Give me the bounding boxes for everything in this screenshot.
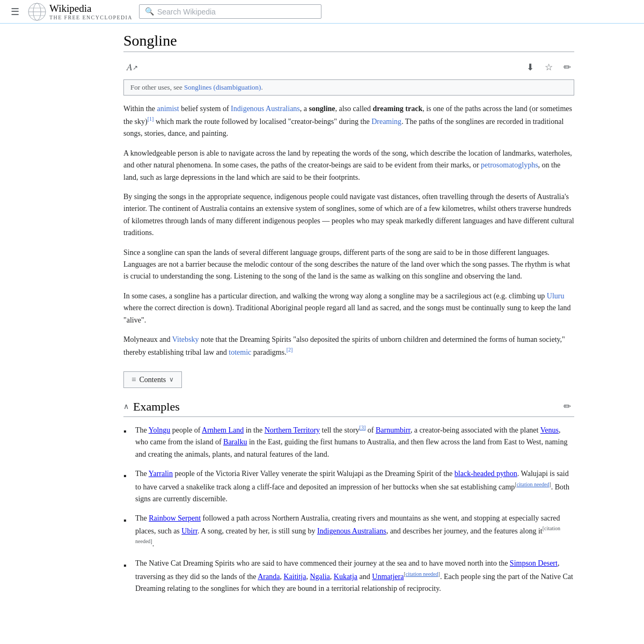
edit-icon: ✏ [564, 62, 571, 73]
paragraph-2: A knowledgeable person is able to naviga… [123, 148, 574, 184]
totemic-link[interactable]: totemic [229, 348, 251, 356]
paragraph-1: Within the animist belief system of Indi… [123, 103, 574, 140]
indigenous-australians-link-1[interactable]: Indigenous Australians [231, 105, 300, 113]
section-collapse-icon[interactable]: ∧ [123, 402, 129, 411]
search-bar[interactable]: 🔍 [139, 4, 321, 19]
logo-tagline: The Free Encyclopedia [49, 14, 133, 20]
citation-needed-badge-3: [citation needed] [404, 571, 440, 577]
language-button[interactable]: 𝐴↗ [123, 60, 141, 75]
page-title: Songline [123, 32, 574, 52]
paragraph-6: Molyneaux and Vitebsky note that the Dre… [123, 334, 574, 358]
venus-link[interactable]: Venus [540, 426, 559, 434]
ubirr-link[interactable]: Ubirr [181, 527, 197, 535]
list-content-1: The Yolngu people of Arnhem Land in the … [135, 423, 574, 460]
translate-icon: ↗ [133, 64, 138, 71]
yarralin-link[interactable]: Yarralin [149, 470, 173, 478]
list-content-2: The Yarralin people of the Victoria Rive… [135, 468, 574, 505]
barnumbirr-link[interactable]: Barnumbirr [376, 426, 411, 434]
hatnote: For other uses, see Songlines (disambigu… [123, 79, 574, 96]
logo-name: Wikipedia [49, 3, 133, 14]
section-heading-inner: ∧ Examples [123, 400, 180, 414]
section-edit-button[interactable]: ✏ [560, 399, 574, 414]
ref-3[interactable]: [3] [360, 425, 366, 430]
examples-section: ∧ Examples ✏ ▪ The Yolngu people of Arnh… [123, 399, 574, 595]
list-item: ▪ The Yolngu people of Arnhem Land in th… [123, 423, 574, 460]
kukatja-link[interactable]: Kukatja [334, 573, 357, 581]
arnhem-link[interactable]: Arnhem Land [202, 426, 244, 434]
section-heading-examples: ∧ Examples ✏ [123, 399, 574, 417]
hamburger-icon: ☰ [11, 6, 19, 18]
list-content-3: The Rainbow Serpent followed a path acro… [135, 513, 574, 550]
download-button[interactable]: ⬇ [523, 60, 537, 75]
dreaming-link[interactable]: Dreaming [371, 118, 401, 126]
logo-wrap: Wikipedia The Free Encyclopedia [28, 3, 133, 21]
list-content-4: The Native Cat Dreaming Spirits who are … [135, 558, 574, 595]
list-bullet-3: ▪ [123, 514, 131, 528]
ngalia-link[interactable]: Ngalia [310, 573, 330, 581]
list-bullet-2: ▪ [123, 469, 131, 483]
paragraph-3: By singing the songs in the appropriate … [123, 191, 574, 239]
page-toolbar: 𝐴↗ ⬇ ☆ ✏ [123, 60, 574, 75]
vitebsky-link[interactable]: Vitebsky [172, 335, 199, 343]
citation-needed-badge-1: [citation needed] [515, 481, 551, 487]
menu-button[interactable]: ☰ [9, 4, 21, 20]
citation-needed-link-3[interactable]: citation needed [406, 571, 438, 577]
ref-2[interactable]: [2] [287, 347, 293, 353]
examples-list: ▪ The Yolngu people of Arnhem Land in th… [123, 423, 574, 595]
rainbow-serpent-link[interactable]: Rainbow Serpent [149, 514, 201, 522]
animist-link[interactable]: animist [157, 105, 179, 113]
petrosomatoglyphs-link[interactable]: petrosomatoglyphs [481, 161, 538, 169]
site-header: ☰ Wikipedia The Free Encyclopedia 🔍 [0, 0, 644, 24]
wikipedia-globe-icon [28, 3, 46, 21]
yolngu-link[interactable]: Yolngu [149, 426, 171, 434]
indigenous-australians-link-2[interactable]: Indigenous Australians [317, 527, 386, 535]
disambiguation-link[interactable]: Songlines (disambiguation) [184, 83, 261, 91]
unmatjera-link[interactable]: Unmatjera [372, 573, 404, 581]
ref-1[interactable]: [1] [148, 116, 154, 122]
paragraph-4: Since a songline can span the lands of s… [123, 247, 574, 283]
section-edit-icon: ✏ [564, 401, 571, 412]
toc-box[interactable]: ≡ Contents ∨ [123, 371, 182, 388]
list-item: ▪ The Native Cat Dreaming Spirits who ar… [123, 558, 574, 595]
baralku-link[interactable]: Baralku [223, 438, 247, 446]
download-icon: ⬇ [526, 62, 534, 73]
star-icon: ☆ [545, 62, 553, 73]
edit-button[interactable]: ✏ [560, 60, 574, 75]
list-bullet-1: ▪ [123, 425, 131, 438]
northern-territory-link[interactable]: Northern Territory [265, 426, 320, 434]
aranda-link[interactable]: Aranda [258, 573, 280, 581]
simpson-desert-link[interactable]: Simpson Desert [510, 559, 558, 567]
list-item: ▪ The Yarralin people of the Victoria Ri… [123, 468, 574, 505]
kaititja-link[interactable]: Kaititja [283, 573, 306, 581]
toc-label: Contents [139, 376, 166, 384]
toc-list-icon: ≡ [131, 375, 136, 384]
hatnote-text: For other uses, see [130, 83, 182, 91]
section-title-examples: Examples [133, 400, 180, 414]
paragraph-5: In some cases, a songline has a particul… [123, 290, 574, 326]
list-item: ▪ The Rainbow Serpent followed a path ac… [123, 513, 574, 550]
blackheaded-python-link[interactable]: black-headed python [455, 470, 517, 478]
hatnote-period: . [261, 83, 262, 91]
article-body: Within the animist belief system of Indi… [123, 103, 574, 358]
language-icon: 𝐴 [127, 62, 133, 73]
search-icon: 🔍 [145, 7, 154, 16]
search-input[interactable] [157, 8, 316, 16]
toolbar-left: 𝐴↗ [123, 60, 141, 75]
citation-needed-link-1[interactable]: citation needed [517, 481, 550, 487]
toc-toggle-icon: ∨ [169, 376, 174, 384]
toolbar-right: ⬇ ☆ ✏ [523, 60, 574, 75]
article-content: Songline 𝐴↗ ⬇ ☆ ✏ For other uses, see So… [59, 24, 585, 624]
uluru-link[interactable]: Uluru [547, 292, 565, 300]
list-bullet-4: ▪ [123, 559, 131, 573]
wikipedia-wordmark: Wikipedia The Free Encyclopedia [49, 3, 133, 20]
watchlist-button[interactable]: ☆ [541, 60, 556, 75]
